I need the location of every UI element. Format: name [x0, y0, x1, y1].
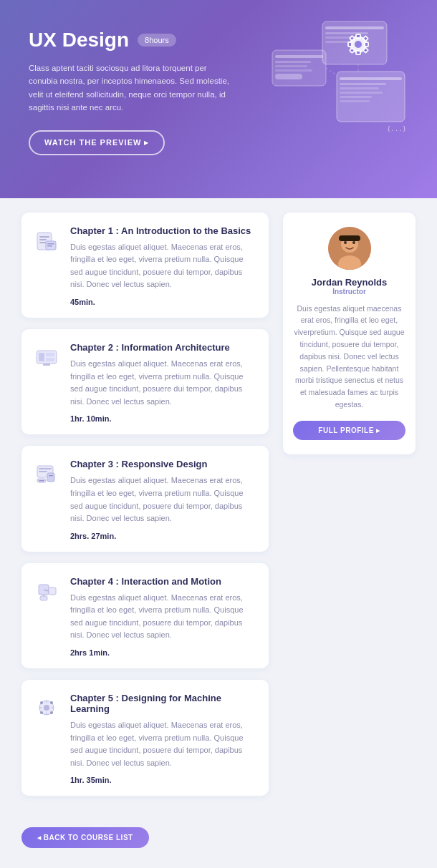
hero-section: UX Design 8hours Class aptent taciti soc… [0, 0, 437, 198]
chapter-card-4[interactable]: Chapter 4 : Interaction and Motion Duis … [21, 563, 269, 668]
chapter-4-duration: 2hrs 1min. [70, 648, 257, 657]
svg-point-61 [40, 701, 43, 704]
chapter-1-body: Chapter 1 : An Introduction to the Basic… [70, 225, 257, 306]
instructor-role: Instructor [293, 288, 405, 296]
svg-point-20 [355, 41, 362, 48]
svg-rect-21 [356, 34, 360, 38]
chapter-card-1[interactable]: Chapter 1 : An Introduction to the Basic… [21, 213, 269, 318]
svg-rect-25 [350, 36, 355, 41]
svg-rect-28 [363, 48, 368, 53]
chapter-3-title: Chapter 3 : Responsive Design [70, 459, 257, 469]
svg-point-63 [50, 701, 53, 704]
chapter-2-duration: 1hr. 10min. [70, 414, 257, 423]
svg-rect-27 [350, 48, 355, 53]
svg-rect-40 [46, 353, 54, 356]
chapter-card-2[interactable]: Chapter 2 : Information Architecture Dui… [21, 329, 269, 434]
svg-rect-49 [39, 480, 44, 482]
hero-badge: 8hours [138, 34, 176, 47]
chapter-4-desc: Duis egestas aliquet aliquet. Maecenas e… [70, 592, 257, 642]
svg-rect-42 [43, 364, 50, 366]
chapter-3-duration: 2hrs. 27min. [70, 532, 257, 540]
svg-rect-36 [47, 243, 54, 245]
instructor-name: Jordan Reynolds [293, 277, 405, 288]
chapter-2-desc: Duis egestas aliquet aliquet. Maecenas e… [70, 358, 257, 408]
instructor-sidebar: Jordan Reynolds Instructor Duis egestas … [283, 213, 416, 454]
chapter-5-body: Chapter 5 : Designing for Machine Learni… [70, 693, 257, 784]
svg-rect-8 [275, 65, 307, 67]
chapter-5-icon [33, 694, 60, 721]
svg-rect-15 [340, 92, 383, 94]
instructor-bio: Duis egestas aliquet maecenas erat eros,… [293, 303, 405, 411]
svg-rect-47 [49, 475, 53, 477]
chapter-2-icon [33, 343, 60, 371]
svg-rect-6 [275, 55, 323, 58]
svg-rect-70 [339, 235, 360, 241]
full-profile-button[interactable]: FULL PROFILE ▸ [293, 421, 405, 440]
chapter-3-body: Chapter 3 : Responsive Design Duis egest… [70, 459, 257, 540]
svg-rect-37 [47, 245, 52, 247]
svg-rect-45 [39, 471, 47, 472]
chapter-1-duration: 45min. [70, 298, 257, 306]
svg-rect-16 [340, 96, 372, 98]
chapter-1-desc: Duis egestas aliquet aliquet. Maecenas e… [70, 241, 257, 291]
chapter-4-icon [33, 577, 60, 605]
svg-line-29 [326, 68, 337, 75]
back-to-course-button[interactable]: ◂ BACK TO COURSE LIST [21, 827, 149, 848]
svg-rect-51 [49, 587, 56, 595]
svg-point-64 [40, 711, 43, 714]
chapter-card-3[interactable]: Chapter 3 : Responsive Design Duis egest… [21, 446, 269, 551]
chapter-2-title: Chapter 2 : Information Architecture [70, 342, 257, 353]
hero-description: Class aptent taciti sociosqu ad litora t… [29, 62, 229, 114]
svg-rect-32 [39, 236, 49, 238]
svg-rect-22 [356, 51, 360, 54]
chapter-5-desc: Duis egestas aliquet aliquet. Maecenas e… [70, 719, 257, 769]
chapter-4-body: Chapter 4 : Interaction and Motion Duis … [70, 576, 257, 657]
back-section: ◂ BACK TO COURSE LIST [0, 821, 437, 862]
svg-rect-9 [275, 69, 312, 72]
svg-rect-14 [340, 87, 379, 89]
chapter-1-icon [33, 227, 60, 254]
svg-rect-46 [47, 473, 54, 482]
watch-preview-button[interactable]: WATCH THE PREVIEW ▸ [29, 130, 165, 155]
main-content: Chapter 1 : An Introduction to the Basic… [0, 198, 437, 822]
svg-rect-52 [40, 596, 47, 600]
chapter-4-title: Chapter 4 : Interaction and Motion [70, 576, 257, 587]
svg-rect-13 [340, 83, 386, 85]
svg-rect-41 [46, 358, 54, 361]
bottom-cards-section: Free Courses Duis egestas aliquet alique… [0, 862, 437, 868]
svg-rect-24 [365, 42, 368, 47]
svg-rect-1 [325, 26, 384, 29]
chapter-5-title: Chapter 5 : Designing for Machine Learni… [70, 693, 257, 714]
svg-rect-39 [39, 353, 44, 361]
svg-point-69 [352, 241, 355, 244]
chapter-1-title: Chapter 1 : An Introduction to the Basic… [70, 225, 257, 236]
svg-text:{...}: {...} [387, 125, 406, 132]
svg-point-62 [50, 711, 53, 714]
svg-rect-33 [39, 239, 47, 240]
svg-rect-10 [275, 74, 302, 79]
svg-rect-2 [325, 32, 368, 34]
svg-point-68 [344, 241, 347, 244]
svg-point-56 [44, 705, 49, 711]
svg-rect-23 [348, 42, 352, 47]
chapters-column: Chapter 1 : An Introduction to the Basic… [21, 213, 269, 808]
svg-rect-12 [340, 77, 402, 80]
svg-rect-17 [340, 100, 370, 102]
instructor-avatar [328, 227, 371, 270]
svg-rect-7 [275, 61, 311, 63]
chapter-5-duration: 1hr. 35min. [70, 776, 257, 784]
chapter-3-icon [33, 460, 60, 487]
chapter-3-desc: Duis egestas aliquet aliquet. Maecenas e… [70, 474, 257, 525]
hero-title: UX Design [29, 29, 129, 52]
chapter-card-5[interactable]: Chapter 5 : Designing for Machine Learni… [21, 680, 269, 796]
instructor-card: Jordan Reynolds Instructor Duis egestas … [283, 213, 416, 454]
svg-rect-44 [39, 468, 52, 469]
chapter-2-body: Chapter 2 : Information Architecture Dui… [70, 342, 257, 423]
hero-illustration: {...} [265, 14, 416, 157]
